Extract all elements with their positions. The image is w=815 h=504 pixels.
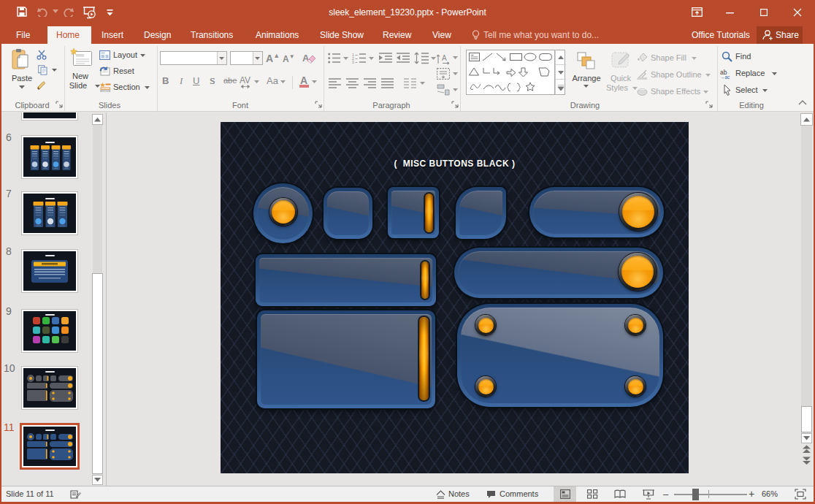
svg-text:3: 3	[352, 60, 354, 64]
svg-text:→ac: →ac	[720, 75, 730, 79]
svg-text:A: A	[302, 53, 310, 64]
svg-text:A: A	[442, 54, 447, 62]
